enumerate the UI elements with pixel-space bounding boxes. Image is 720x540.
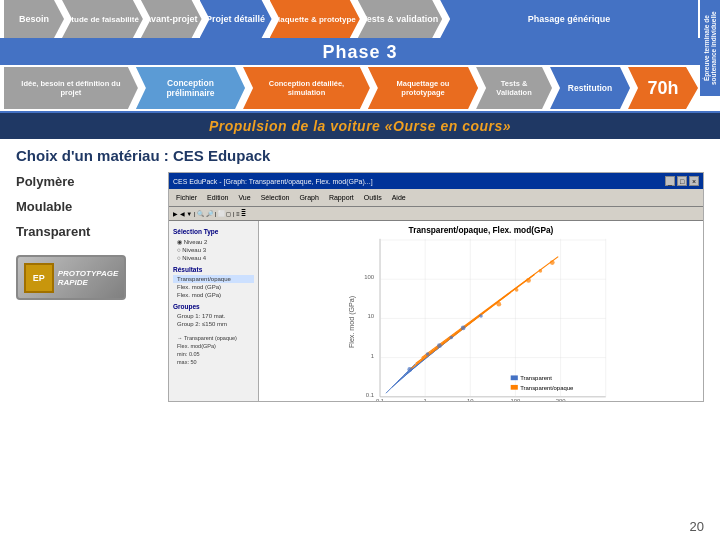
step-phasage: Phasage générique xyxy=(440,0,698,38)
process-bar-top: Besoin Étude de faisabilité Avant-projet… xyxy=(0,0,720,38)
svg-rect-45 xyxy=(511,385,518,390)
sidebar-detail1: → Transparent (opaque) xyxy=(173,334,254,342)
graph-svg: Transparent/opaque, Flex. mod(GPa) Flex.… xyxy=(259,221,703,402)
material-transparent: Transparent xyxy=(16,222,156,241)
ces-square-icon: EP xyxy=(24,263,54,293)
propulsion-banner: Propulsion de la voiture «Ourse en cours… xyxy=(0,113,720,139)
maximize-button[interactable]: □ xyxy=(677,176,687,186)
left-panel: Polymère Moulable Transparent EP PROTOTY… xyxy=(16,172,156,402)
main-content: Polymère Moulable Transparent EP PROTOTY… xyxy=(16,172,704,402)
svg-point-24 xyxy=(437,343,442,348)
sidebar-extra: → Transparent (opaque) Flex. mod(GPa) mi… xyxy=(173,334,254,366)
menu-edition[interactable]: Edition xyxy=(204,194,231,201)
epreuve-label: Épreuve terminale de soutenance individu… xyxy=(700,0,720,96)
step2-conception-detaillee: Conception détaillée, simulation xyxy=(243,67,370,109)
step2-idee: Idée, besoin et définition du projet xyxy=(4,67,138,109)
svg-text:0.1: 0.1 xyxy=(376,398,384,402)
svg-point-33 xyxy=(539,269,543,273)
choix-title: Choix d'un matériau : CES Edupack xyxy=(16,147,704,164)
material-polymere: Polymère xyxy=(16,172,156,191)
svg-text:200: 200 xyxy=(556,398,567,402)
svg-text:100: 100 xyxy=(511,398,522,402)
sidebar-group2[interactable]: Group 2: ≤150 mm xyxy=(173,320,254,328)
sidebar-flex-mod1[interactable]: Flex. mod (GPa) xyxy=(173,283,254,291)
page-number: 20 xyxy=(690,519,704,534)
menu-rapport[interactable]: Rapport xyxy=(326,194,357,201)
svg-point-32 xyxy=(515,288,519,292)
phase-label: Phase 3 xyxy=(0,38,720,65)
svg-point-29 xyxy=(426,352,430,356)
step-avant-projet: Avant-projet xyxy=(141,0,202,38)
sidebar-detail2: Flex. mod(GPa) xyxy=(173,342,254,350)
sidebar-section-type: Sélection Type xyxy=(173,228,254,235)
step-faisabilite: Étude de faisabilité xyxy=(62,0,143,38)
menu-fichier[interactable]: Fichier xyxy=(173,194,200,201)
svg-point-23 xyxy=(407,367,412,372)
ces-logo: EP PROTOTYPAGE RAPIDE xyxy=(16,255,126,300)
ces-screenshot: CES EduPack - [Graph: Transparent/opaque… xyxy=(168,172,704,402)
sidebar-niveau3[interactable]: ○ Niveau 3 xyxy=(173,246,254,254)
step2-restitution: Restitution xyxy=(550,67,630,109)
menu-selection[interactable]: Sélection xyxy=(258,194,293,201)
svg-text:Flex. mod (GPa): Flex. mod (GPa) xyxy=(348,296,356,348)
screenshot-sidebar: Sélection Type ◉ Niveau 2 ○ Niveau 3 ○ N… xyxy=(169,221,259,402)
ces-logo-inner: EP PROTOTYPAGE RAPIDE xyxy=(24,263,119,293)
menu-outils[interactable]: Outils xyxy=(361,194,385,201)
step-maquette: Maquette & prototype xyxy=(270,0,360,38)
sidebar-flex-mod2[interactable]: Flex. mod (GPa) xyxy=(173,291,254,299)
sidebar-niveau2[interactable]: ◉ Niveau 2 xyxy=(173,237,254,246)
minimize-button[interactable]: _ xyxy=(665,176,675,186)
svg-text:10: 10 xyxy=(367,313,374,319)
close-button[interactable]: × xyxy=(689,176,699,186)
svg-text:Transparent/opaque, Flex. mod(: Transparent/opaque, Flex. mod(GPa) xyxy=(409,225,554,235)
menu-aide[interactable]: Aide xyxy=(389,194,409,201)
svg-text:1: 1 xyxy=(371,353,374,359)
svg-text:10: 10 xyxy=(467,398,474,402)
svg-point-30 xyxy=(450,336,454,340)
material-moulable: Moulable xyxy=(16,197,156,216)
step-tests: Tests & validation xyxy=(358,0,442,38)
step2-maquettage: Maquettage ou prototypage xyxy=(368,67,478,109)
svg-point-31 xyxy=(479,314,483,318)
sidebar-niveau4[interactable]: ○ Niveau 4 xyxy=(173,254,254,262)
sidebar-section-resultats: Résultats xyxy=(173,266,254,273)
sidebar-group1[interactable]: Group 1: 170 mat. xyxy=(173,312,254,320)
sidebar-transparent[interactable]: Transparent/opaque xyxy=(173,275,254,283)
screenshot-toolbar2: ▶ ◀ ▼ | 🔍 🔎 | ⬜ ◻ | ≡ ≣ xyxy=(169,207,703,221)
step-projet-detaille: Projet détaillé xyxy=(200,0,272,38)
menu-graph[interactable]: Graph xyxy=(296,194,321,201)
svg-text:Transparent/opaque: Transparent/opaque xyxy=(520,385,574,391)
content-area: Choix d'un matériau : CES Edupack Polymè… xyxy=(0,139,720,410)
sidebar-section-groupes: Groupes xyxy=(173,303,254,310)
menu-vue[interactable]: Vue xyxy=(235,194,253,201)
header-wrapper: Besoin Étude de faisabilité Avant-projet… xyxy=(0,0,720,113)
process-bar-bottom: Idée, besoin et définition du projet Con… xyxy=(0,65,720,113)
svg-point-26 xyxy=(496,302,501,307)
ces-logo-text: PROTOTYPAGE RAPIDE xyxy=(58,269,119,287)
svg-rect-43 xyxy=(511,375,518,380)
svg-point-25 xyxy=(461,326,466,331)
step2-70h: 70h xyxy=(628,67,698,109)
step-besoin: Besoin xyxy=(4,0,64,38)
titlebar-buttons: _ □ × xyxy=(665,176,699,186)
screenshot-toolbar: Fichier Edition Vue Sélection Graph Rapp… xyxy=(169,189,703,207)
screenshot-graph-area: Transparent/opaque, Flex. mod(GPa) Flex.… xyxy=(259,221,703,402)
step2-conception-prelim: Conception préliminaire xyxy=(136,67,245,109)
screenshot-body: Sélection Type ◉ Niveau 2 ○ Niveau 3 ○ N… xyxy=(169,221,703,402)
svg-text:0.1: 0.1 xyxy=(366,392,374,398)
svg-rect-0 xyxy=(344,221,617,402)
toolbar-icons: ▶ ◀ ▼ | 🔍 🔎 | ⬜ ◻ | ≡ ≣ xyxy=(173,210,246,217)
step2-tests-validation: Tests & Validation xyxy=(476,67,552,109)
screenshot-titlebar: CES EduPack - [Graph: Transparent/opaque… xyxy=(169,173,703,189)
svg-point-27 xyxy=(526,278,531,283)
sidebar-detail3: min: 0.05 xyxy=(173,350,254,358)
svg-text:100: 100 xyxy=(364,274,375,280)
svg-text:1: 1 xyxy=(424,398,427,402)
titlebar-text: CES EduPack - [Graph: Transparent/opaque… xyxy=(173,178,373,185)
svg-text:Transparent: Transparent xyxy=(520,375,552,381)
sidebar-detail4: max: 50 xyxy=(173,358,254,366)
svg-point-28 xyxy=(550,260,555,265)
